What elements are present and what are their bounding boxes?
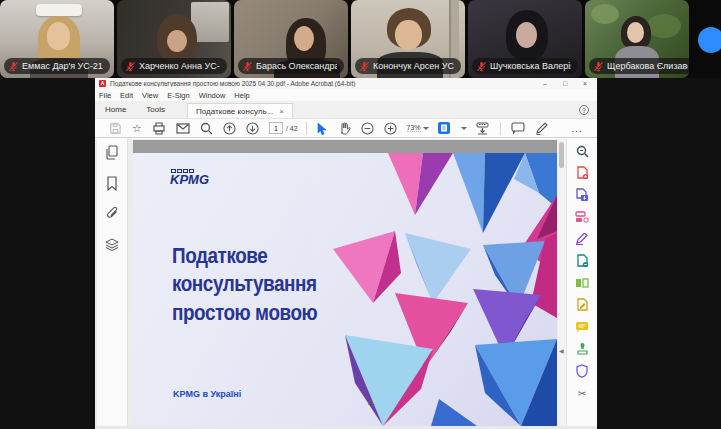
video-decor <box>395 20 422 50</box>
more-tools-button[interactable]: ... <box>572 123 583 134</box>
tab-close-icon[interactable]: × <box>279 107 284 116</box>
crosshair-cursor: + <box>368 398 374 410</box>
edit-pdf-icon[interactable] <box>575 232 590 246</box>
participant-tile[interactable]: Щербакова Єлизавет... <box>585 0 689 78</box>
participant-name-badge: Конончук Арсен УС-21 <box>355 58 461 74</box>
search-icon[interactable] <box>200 121 213 135</box>
muted-mic-icon <box>8 61 19 72</box>
video-decor <box>167 30 187 52</box>
viewport-background <box>133 140 557 153</box>
convert-pdf-icon[interactable] <box>575 254 590 268</box>
comment-panel-icon[interactable] <box>575 320 590 334</box>
video-decor <box>294 26 314 51</box>
participant-name: Конончук Арсен УС-21 <box>373 61 454 71</box>
video-decor <box>36 4 82 16</box>
participant-tile[interactable]: Харченко Анна УС-21 <box>117 0 231 78</box>
protect-tool-icon[interactable] <box>575 364 590 378</box>
kpmg-logo: KPMG <box>170 169 209 187</box>
video-decor <box>516 22 537 48</box>
window-title: Податкове консультування простою мовою 2… <box>110 80 533 87</box>
menu-esign[interactable]: E-Sign <box>167 91 190 100</box>
main-toolbar: ☆ 1 / 42 73% ... <box>95 118 597 138</box>
minimize-button[interactable]: – <box>537 80 553 87</box>
export-pdf-icon[interactable] <box>575 188 590 202</box>
layers-icon[interactable] <box>105 238 119 251</box>
chevron-down-icon[interactable] <box>461 127 467 130</box>
participant-tile[interactable]: Шучковська Валерія ... <box>468 0 582 78</box>
favorites-star-icon[interactable]: ☆ <box>132 121 142 135</box>
slide-footer: KPMG в Україні <box>173 389 241 399</box>
video-decor <box>627 22 644 43</box>
participant-tile[interactable]: Конончук Арсен УС-21 <box>351 0 465 78</box>
window-titlebar[interactable]: A Податкове консультування простою мовою… <box>95 78 597 89</box>
participant-name-badge: Еммас Дар'я УС-21 <box>4 58 110 74</box>
scrollbar-thumb[interactable] <box>559 142 564 168</box>
participant-name-badge: Шучковська Валерія ... <box>472 58 578 74</box>
menu-window[interactable]: Window <box>199 91 226 100</box>
save-icon[interactable] <box>109 121 122 135</box>
menu-edit[interactable]: Edit <box>120 91 133 100</box>
video-decor <box>591 4 619 24</box>
more-tools-icon[interactable]: ✂ <box>575 386 590 400</box>
menu-help[interactable]: Help <box>234 91 249 100</box>
muted-mic-icon <box>125 61 136 72</box>
toolbar-separator <box>500 122 501 135</box>
combine-files-icon[interactable] <box>575 210 590 224</box>
muted-mic-icon <box>359 61 370 72</box>
tab-document-label: Податкове консуль... <box>196 107 273 116</box>
page-number-input[interactable]: 1 <box>269 122 283 134</box>
fit-width-icon[interactable] <box>475 121 490 135</box>
document-content-area: KPMG Податкове консультування простою мо… <box>95 139 597 426</box>
participant-name-badge: Харченко Анна УС-21 <box>121 58 227 74</box>
email-icon[interactable] <box>176 121 190 135</box>
create-pdf-icon[interactable] <box>575 166 590 180</box>
previous-page-icon[interactable] <box>223 121 236 135</box>
navigation-panel <box>97 139 128 426</box>
tab-tools[interactable]: Tools <box>136 101 175 118</box>
help-icon[interactable]: ? <box>579 105 589 115</box>
muted-mic-icon <box>476 61 487 72</box>
tab-home[interactable]: Home <box>95 101 136 118</box>
next-page-icon[interactable] <box>246 121 259 135</box>
slide-title: Податкове консультування простою мовою <box>172 241 317 326</box>
zoom-in-icon[interactable] <box>384 121 397 135</box>
print-icon[interactable] <box>152 121 166 135</box>
select-tool-icon[interactable] <box>317 121 328 135</box>
page-thumbnails-icon[interactable] <box>105 145 119 160</box>
panel-collapse-icon[interactable]: ◀ <box>559 343 566 359</box>
zoom-out-icon[interactable] <box>361 121 374 135</box>
participant-tile[interactable]: Еммас Дар'я УС-21 <box>0 0 114 78</box>
page-total-label: / 42 <box>286 125 298 132</box>
close-button[interactable]: × <box>577 80 593 87</box>
attachments-icon[interactable] <box>106 207 119 222</box>
muted-mic-icon <box>593 61 604 72</box>
page-fit-icon[interactable] <box>437 121 451 135</box>
stamp-tool-icon[interactable] <box>575 342 590 356</box>
kpmg-logo-text: KPMG <box>170 172 209 187</box>
toolbar-separator <box>306 122 307 135</box>
fill-sign-tool-icon[interactable] <box>575 298 590 312</box>
hand-tool-icon[interactable] <box>338 121 351 135</box>
tab-document[interactable]: Податкове консуль... × <box>187 103 293 118</box>
zoom-meeting-screen: Еммас Дар'я УС-21 Харченко Анна УС-21 Ба… <box>0 0 721 429</box>
chevron-down-icon[interactable] <box>423 127 429 130</box>
organize-pages-icon[interactable] <box>575 276 590 290</box>
pdf-viewport[interactable]: KPMG Податкове консультування простою мо… <box>128 139 558 426</box>
comment-tool-icon[interactable] <box>511 121 525 135</box>
next-participants-button[interactable] <box>698 27 721 53</box>
vertical-scrollbar[interactable] <box>558 139 566 426</box>
participant-tile[interactable]: Барась Олександра У... <box>234 0 348 78</box>
search-tool-icon[interactable] <box>575 144 590 158</box>
zoom-level-select[interactable]: 73% <box>407 124 421 132</box>
maximize-button[interactable]: □ <box>557 80 573 87</box>
fill-sign-pencil-icon[interactable] <box>535 121 548 135</box>
participant-name-badge: Щербакова Єлизавет... <box>589 58 689 74</box>
tools-panel: ✂ <box>566 139 597 426</box>
muted-mic-icon <box>242 61 253 72</box>
tab-bar: Home Tools Податкове консуль... × ? <box>95 101 597 118</box>
pdf-page[interactable]: KPMG Податкове консультування простою мо… <box>133 153 557 426</box>
menu-view[interactable]: View <box>142 91 158 100</box>
bookmarks-icon[interactable] <box>106 176 118 191</box>
menu-file[interactable]: File <box>99 91 111 100</box>
menu-bar: File Edit View E-Sign Window Help <box>95 89 597 101</box>
